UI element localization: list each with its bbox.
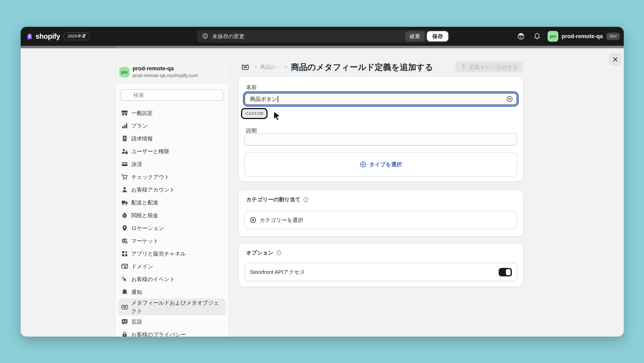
sidebar-item-locations[interactable]: ロケーション — [118, 222, 226, 235]
sidebar-item-label: ドメイン — [131, 263, 153, 270]
clear-field-icon[interactable] — [506, 96, 513, 102]
domains-icon — [121, 263, 128, 270]
shopify-wordmark: shopify — [36, 32, 60, 40]
sidebar-item-shipping-delivery[interactable]: 配送と配達 — [118, 196, 226, 209]
sidebar-item-label: 通知 — [131, 289, 142, 296]
sidebar-item-label: 決済 — [131, 161, 142, 168]
sidebar-item-label: 言語 — [131, 318, 142, 326]
sidebar-item-label: ロケーション — [131, 225, 164, 232]
name-input[interactable]: 商品ボタン — [244, 93, 517, 105]
sidebar-item-notifications[interactable]: 通知 — [118, 286, 226, 299]
breadcrumb-parent[interactable]: 商品のメ — [260, 63, 282, 71]
markets-icon: $ — [121, 238, 128, 244]
apps-icon — [121, 250, 128, 257]
sidebar-item-label: お客様のプライバシー — [131, 331, 186, 337]
payments-icon — [121, 161, 128, 167]
sidebar-item-general-settings[interactable]: 一般設定 — [118, 107, 226, 119]
sidebar-item-apps-channels[interactable]: アプリと販売チャネル — [118, 247, 226, 260]
storefront-api-toggle[interactable] — [499, 268, 512, 276]
info-icon[interactable] — [303, 197, 309, 203]
pin-definition-button[interactable]: 定義をピン止めする — [455, 62, 523, 72]
svg-text:$: $ — [124, 136, 126, 140]
sidebar-item-customer-events[interactable]: お客様のイベント — [118, 273, 226, 286]
save-button[interactable]: 保存 — [427, 31, 448, 41]
settings-sidebar: pro prod-remote-qa prod-remote-qa.myshop… — [116, 61, 228, 337]
sidebar-item-markets[interactable]: $マーケット — [118, 235, 226, 247]
discard-button[interactable]: 破棄 — [405, 31, 425, 41]
plus-circle-icon — [250, 217, 256, 223]
shopify-logo[interactable]: S shopify — [26, 32, 60, 40]
sidebar-item-domains[interactable]: ドメイン — [118, 260, 226, 273]
storefront-api-row: Storefront APIアクセス — [244, 263, 517, 281]
description-input[interactable] — [244, 133, 517, 146]
dev-environment-badge: dev — [606, 32, 620, 40]
svg-text:文: 文 — [124, 320, 127, 323]
svg-text:$: $ — [126, 241, 127, 244]
settings-search-input[interactable] — [120, 89, 223, 101]
chevron-right-icon — [254, 65, 258, 69]
category-card: カテゴリーの割り当て カテゴリーを選択 — [238, 190, 523, 236]
sidebar-store-header[interactable]: pro prod-remote-qa prod-remote-qa.myshop… — [116, 61, 228, 83]
sidebar-item-users-permissions[interactable]: ユーザーと権限 — [118, 145, 226, 158]
sidebar-item-label: マーケット — [131, 237, 158, 245]
dimmed-page-strip — [21, 46, 624, 48]
location-icon — [121, 225, 128, 231]
store-avatar-badge[interactable]: pro — [548, 31, 558, 42]
sidebar-item-label: メタフィールドおよびメタオブジェクト — [131, 299, 222, 315]
metaobjects-breadcrumb-icon[interactable] — [242, 63, 249, 71]
sidebar-store-domain: prod-remote-qa.myshopify.com — [132, 73, 198, 78]
close-icon — [612, 56, 618, 62]
sidebar-item-languages[interactable]: A文言語 — [118, 315, 226, 328]
unsaved-changes-bar: 未保存の変更 破棄 保存 — [197, 30, 450, 43]
sidebar-item-customer-accounts[interactable]: お客様アカウント — [118, 183, 226, 196]
select-type-button[interactable]: タイプを選択 — [244, 152, 517, 177]
billing-icon: $ — [121, 135, 128, 142]
plan-icon — [121, 122, 128, 129]
sidebar-item-plan[interactable]: プラン — [118, 119, 226, 132]
close-button[interactable] — [609, 53, 622, 66]
shopify-bag-icon: S — [26, 32, 32, 40]
sidebar-item-label: 関税と税金 — [131, 212, 158, 219]
topbar-store-name[interactable]: prod-remote-qa — [562, 33, 603, 40]
sidebar-item-metafields-metaobjects[interactable]: メタフィールドおよびメタオブジェクト — [118, 299, 226, 315]
settings-nav-list: 一般設定プラン$請求情報ユーザーと権限決済チェックアウトお客様アカウント配送と配… — [118, 107, 226, 337]
sidebar-item-taxes-duties[interactable]: 関税と税金 — [118, 209, 226, 222]
options-section-heading: オプション — [246, 249, 282, 256]
name-label: 名前 — [246, 84, 257, 91]
plus-circle-icon — [360, 161, 366, 168]
edition-badge[interactable]: 2025年夏 — [63, 32, 90, 40]
settings-modal: pro prod-remote-qa prod-remote-qa.myshop… — [21, 48, 624, 337]
sidebar-item-checkout[interactable]: チェックアウト — [118, 171, 226, 183]
svg-text:S: S — [28, 35, 30, 38]
sidebar-item-billing[interactable]: $請求情報 — [118, 132, 226, 145]
unsaved-changes-label: 未保存の変更 — [212, 33, 244, 40]
mouse-cursor — [271, 111, 283, 123]
namespace-chip[interactable]: custom — [241, 108, 268, 119]
lock-icon — [121, 331, 128, 337]
category-section-heading: カテゴリーの割り当て — [246, 196, 309, 203]
sidebar-item-label: お客様のイベント — [131, 276, 175, 283]
languages-icon: A文 — [121, 319, 128, 325]
sidebar-item-label: お客様アカウント — [131, 186, 175, 193]
desktop-background: S shopify 2025年夏 未保存の変更 破棄 保存 pro prod-r… — [0, 0, 644, 363]
select-category-button[interactable]: カテゴリーを選択 — [244, 211, 517, 229]
sidebar-item-label: チェックアウト — [131, 173, 170, 181]
truck-icon — [121, 199, 128, 206]
page-title: 商品のメタフィールド定義を追加する — [291, 61, 433, 73]
top-bar: S shopify 2025年夏 未保存の変更 破棄 保存 pro prod-r… — [21, 27, 624, 46]
storefront-api-label: Storefront APIアクセス — [250, 269, 305, 276]
events-icon — [121, 276, 128, 283]
sidebar-item-payments[interactable]: 決済 — [118, 158, 226, 171]
top-bar-right: pro prod-remote-qa dev — [518, 27, 620, 46]
pushpin-icon — [460, 64, 466, 70]
sidekick-icon[interactable] — [518, 33, 524, 40]
alert-icon — [202, 33, 208, 40]
notifications-bell-icon[interactable] — [534, 33, 540, 40]
taxes-icon — [121, 212, 128, 219]
sidebar-item-label: 配送と配達 — [131, 199, 158, 206]
store-icon — [121, 110, 128, 116]
info-icon[interactable] — [276, 250, 282, 256]
sidebar-item-customer-privacy[interactable]: お客様のプライバシー — [118, 328, 226, 337]
chevron-right-icon — [284, 65, 288, 69]
options-card: オプション Storefront APIアクセス — [238, 243, 523, 287]
